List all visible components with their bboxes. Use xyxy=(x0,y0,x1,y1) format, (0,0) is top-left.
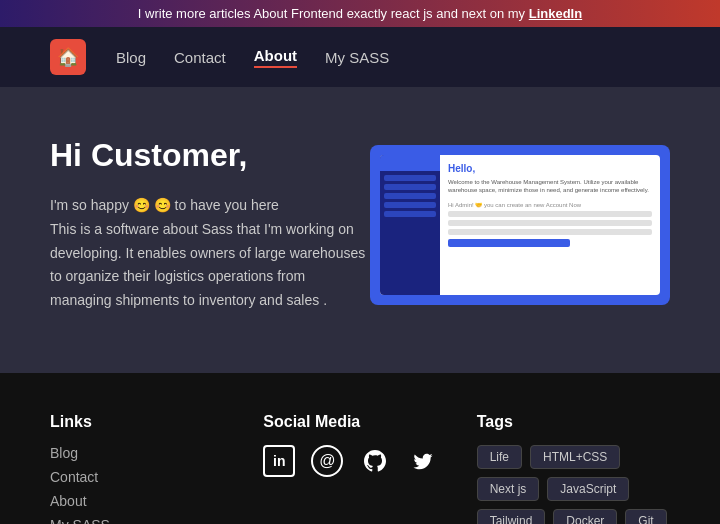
nav-about[interactable]: About xyxy=(254,47,297,68)
preview-hello: Hello, xyxy=(448,163,652,174)
tag-docker[interactable]: Docker xyxy=(553,509,617,524)
hero-section: Hi Customer, I'm so happy 😊 😊 to have yo… xyxy=(0,87,720,373)
preview-sidebar-item xyxy=(384,202,436,208)
preview-form-row xyxy=(448,229,652,235)
footer: Links Blog Contact About My SASS Social … xyxy=(0,373,720,524)
footer-social-title: Social Media xyxy=(263,413,456,431)
footer-tags-title: Tags xyxy=(477,413,670,431)
nav-sass[interactable]: My SASS xyxy=(325,49,389,66)
tag-htmlcss[interactable]: HTML+CSS xyxy=(530,445,620,469)
nav-blog[interactable]: Blog xyxy=(116,49,146,66)
social-icons: in @ xyxy=(263,445,456,477)
linkedin-icon[interactable]: in xyxy=(263,445,295,477)
nav-logo[interactable]: 🏠 xyxy=(50,39,86,75)
preview-sub: Welcome to the Warehouse Management Syst… xyxy=(448,178,652,195)
top-banner: I write more articles About Frontend exa… xyxy=(0,0,720,27)
preview-inner: Hello, Welcome to the Warehouse Manageme… xyxy=(380,155,660,295)
preview-card: Hello, Welcome to the Warehouse Manageme… xyxy=(370,145,670,305)
home-icon: 🏠 xyxy=(57,46,79,68)
footer-links: Blog Contact About My SASS xyxy=(50,445,243,524)
preview-sidebar xyxy=(380,155,440,295)
preview-btn xyxy=(448,239,570,247)
tags-grid: Life HTML+CSS Next js JavaScript Tailwin… xyxy=(477,445,670,524)
preview-sidebar-header xyxy=(380,155,440,171)
preview-sidebar-item xyxy=(384,193,436,199)
footer-social-section: Social Media in @ xyxy=(263,413,456,524)
linkedin-link[interactable]: LinkedIn xyxy=(529,6,582,21)
preview-sidebar-item xyxy=(384,175,436,181)
nav-contact[interactable]: Contact xyxy=(174,49,226,66)
preview-main: Hello, Welcome to the Warehouse Manageme… xyxy=(440,155,660,295)
tag-nextjs[interactable]: Next js xyxy=(477,477,540,501)
hero-title: Hi Customer, xyxy=(50,137,370,174)
preview-form-row xyxy=(448,220,652,226)
banner-text: I write more articles About Frontend exa… xyxy=(138,6,529,21)
twitter-icon[interactable] xyxy=(407,445,439,477)
hero-description: I'm so happy 😊 😊 to have you hereThis is… xyxy=(50,194,370,313)
tag-javascript[interactable]: JavaScript xyxy=(547,477,629,501)
hero-text: Hi Customer, I'm so happy 😊 😊 to have yo… xyxy=(50,137,370,313)
footer-grid: Links Blog Contact About My SASS Social … xyxy=(50,413,670,524)
tag-git[interactable]: Git xyxy=(625,509,666,524)
tag-life[interactable]: Life xyxy=(477,445,522,469)
at-icon[interactable]: @ xyxy=(311,445,343,477)
github-icon[interactable] xyxy=(359,445,391,477)
preview-sidebar-item xyxy=(384,211,436,217)
footer-link-sass[interactable]: My SASS xyxy=(50,517,243,524)
footer-links-title: Links xyxy=(50,413,243,431)
footer-link-contact[interactable]: Contact xyxy=(50,469,243,485)
footer-link-blog[interactable]: Blog xyxy=(50,445,243,461)
preview-note: Hi Admin! 🤝 you can create an new Accoun… xyxy=(448,201,652,208)
footer-tags-section: Tags Life HTML+CSS Next js JavaScript Ta… xyxy=(477,413,670,524)
footer-link-about[interactable]: About xyxy=(50,493,243,509)
navbar: 🏠 Blog Contact About My SASS xyxy=(0,27,720,87)
preview-form-row xyxy=(448,211,652,217)
nav-links: Blog Contact About My SASS xyxy=(116,47,389,68)
preview-sidebar-item xyxy=(384,184,436,190)
tag-tailwind[interactable]: Tailwind xyxy=(477,509,546,524)
footer-links-section: Links Blog Contact About My SASS xyxy=(50,413,243,524)
